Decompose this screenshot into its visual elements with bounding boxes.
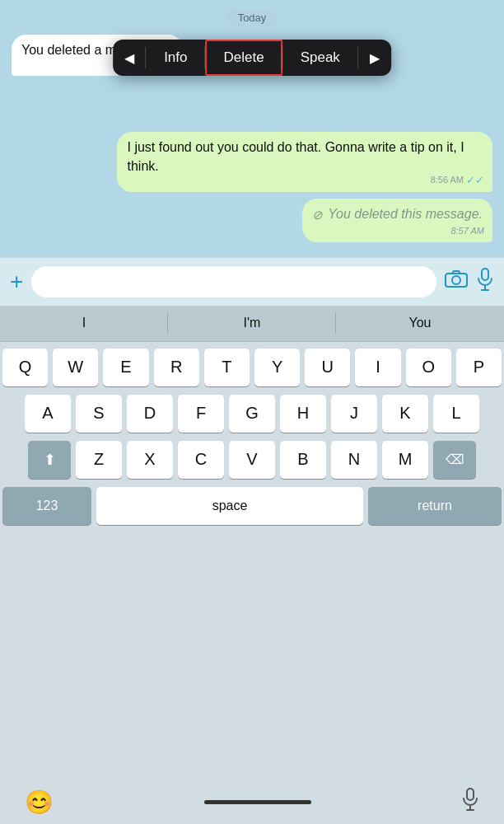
keyboard: I I'm You Q W E R T Y U I O P A S D F — [0, 306, 504, 775]
key-Z[interactable]: Z — [76, 441, 122, 479]
chat-area: Today You deleted a message?? 8:54 AM ◀ … — [0, 0, 504, 257]
key-K[interactable]: K — [382, 395, 428, 433]
key-A[interactable]: A — [25, 395, 71, 433]
dictation-button[interactable] — [461, 788, 479, 816]
suggestion-Im[interactable]: I'm — [168, 306, 336, 341]
read-checks: ✓✓ — [466, 173, 484, 188]
key-E[interactable]: E — [103, 349, 148, 386]
key-W[interactable]: W — [53, 349, 98, 386]
key-U[interactable]: U — [305, 349, 350, 386]
key-V[interactable]: V — [229, 441, 275, 479]
message-row: I just found out you could do that. Gonn… — [12, 132, 492, 192]
context-prev-button[interactable]: ◀ — [113, 40, 146, 76]
suggestion-You[interactable]: You — [336, 306, 504, 341]
suggestion-I[interactable]: I — [0, 306, 168, 341]
key-G[interactable]: G — [229, 395, 275, 433]
message-input[interactable] — [31, 266, 436, 297]
svg-rect-5 — [467, 789, 474, 800]
date-label: Today — [12, 10, 492, 25]
return-key[interactable]: return — [368, 487, 502, 525]
home-indicator — [204, 800, 311, 804]
shift-key[interactable]: ⬆ — [28, 441, 71, 479]
key-T[interactable]: T — [204, 349, 250, 386]
message-text: You deleted this message. — [328, 205, 483, 223]
key-Y[interactable]: Y — [254, 349, 300, 386]
key-B[interactable]: B — [280, 441, 326, 479]
space-key[interactable]: space — [96, 487, 363, 525]
voice-input-button[interactable] — [476, 268, 494, 296]
key-N[interactable]: N — [331, 441, 377, 479]
key-H[interactable]: H — [280, 395, 326, 433]
context-menu: ◀ Info Delete Speak ▶ — [113, 40, 391, 76]
message-bubble-deleted[interactable]: ⊘ You deleted this message. 8:57 AM — [302, 199, 492, 241]
message-text: I just found out you could do that. Gonn… — [127, 140, 464, 172]
key-S[interactable]: S — [76, 395, 122, 433]
bottom-bar: 😊 — [0, 775, 504, 824]
context-next-button[interactable]: ▶ — [358, 40, 391, 76]
key-row-3: ⬆ Z X C V B N M ⌫ — [2, 441, 502, 479]
key-R[interactable]: R — [154, 349, 199, 386]
key-F[interactable]: F — [178, 395, 224, 433]
svg-point-1 — [452, 276, 460, 284]
backspace-key[interactable]: ⌫ — [433, 441, 476, 479]
key-P[interactable]: P — [456, 349, 502, 386]
context-speak-button[interactable]: Speak — [282, 40, 358, 76]
key-I[interactable]: I — [355, 349, 400, 386]
key-M[interactable]: M — [382, 441, 428, 479]
key-row-2: A S D F G H J K L — [2, 395, 502, 433]
key-row-1: Q W E R T Y U I O P — [2, 349, 502, 386]
message-time: 8:57 AM — [450, 225, 484, 237]
message-bubble-right[interactable]: I just found out you could do that. Gonn… — [117, 132, 492, 192]
key-row-4: 123 space return — [2, 487, 502, 525]
key-D[interactable]: D — [127, 395, 173, 433]
camera-button[interactable] — [445, 270, 468, 293]
add-attachment-button[interactable]: + — [10, 270, 23, 293]
input-bar: + — [0, 257, 504, 306]
emoji-button[interactable]: 😊 — [25, 789, 54, 816]
message-time: 8:56 AM ✓✓ — [431, 173, 484, 188]
key-X[interactable]: X — [127, 441, 173, 479]
key-C[interactable]: C — [178, 441, 224, 479]
message-row-deleted: ⊘ You deleted this message. 8:57 AM — [12, 199, 492, 241]
deleted-icon: ⊘ — [312, 206, 323, 223]
svg-rect-2 — [482, 269, 488, 280]
key-J[interactable]: J — [331, 395, 377, 433]
numbers-key[interactable]: 123 — [2, 487, 91, 525]
key-Q[interactable]: Q — [2, 349, 48, 386]
key-L[interactable]: L — [433, 395, 479, 433]
key-O[interactable]: O — [406, 349, 451, 386]
context-delete-button[interactable]: Delete — [206, 40, 282, 76]
key-rows: Q W E R T Y U I O P A S D F G H J K L ⬆ … — [0, 342, 504, 775]
suggestions-bar: I I'm You — [0, 306, 504, 342]
context-info-button[interactable]: Info — [146, 40, 205, 76]
